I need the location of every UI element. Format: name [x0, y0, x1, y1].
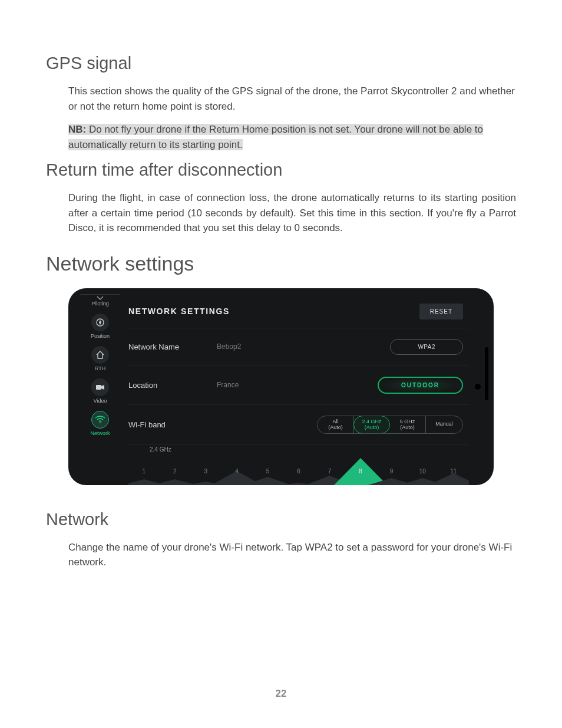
- phone-mockup: Piloting Position RTH Video: [68, 288, 494, 485]
- channel-label: 7: [314, 468, 345, 475]
- wifi-band-segmented: All(Auto) 2.4 GHz(Auto) 5 GHz(Auto) Manu…: [317, 416, 463, 434]
- band-option-manual[interactable]: Manual: [426, 416, 462, 434]
- network-name-value[interactable]: Bebop2: [217, 342, 305, 351]
- row-location: Location France OUTDOOR: [128, 366, 469, 405]
- page-number: 22: [46, 688, 516, 700]
- band-option-5ghz[interactable]: 5 GHz(Auto): [389, 416, 426, 434]
- sidebar-label: Position: [91, 333, 110, 339]
- sidebar-label: RTH: [95, 365, 105, 371]
- heading-return-time: Return time after disconnection: [46, 160, 516, 180]
- sidebar-label: Network: [90, 430, 110, 436]
- svg-point-2: [100, 422, 101, 423]
- phone-home-bar: [485, 347, 488, 400]
- paragraph-return-time: During the flight, in case of connection…: [68, 190, 516, 236]
- home-icon: [91, 346, 109, 364]
- row-label: Network Name: [128, 342, 217, 351]
- band-option-all[interactable]: All(Auto): [318, 416, 354, 434]
- compass-icon: [91, 314, 109, 331]
- panel-title: NETWORK SETTINGS: [128, 307, 230, 316]
- wifi-icon: [91, 411, 109, 429]
- note-prefix: NB:: [68, 124, 86, 135]
- wpa2-button[interactable]: WPA2: [390, 339, 463, 355]
- heading-gps-signal: GPS signal: [46, 54, 516, 73]
- paragraph-network: Change the name of your drone's Wi-Fi ne…: [68, 540, 516, 570]
- settings-sidebar: Piloting Position RTH Video: [80, 294, 120, 485]
- note-body: Do not fly your drone if the Return Home…: [68, 124, 483, 150]
- reset-button[interactable]: RESET: [419, 304, 463, 319]
- outdoor-button[interactable]: OUTDOOR: [378, 377, 463, 394]
- sidebar-item-network[interactable]: Network: [80, 409, 120, 439]
- channel-label: 11: [438, 468, 469, 475]
- wifi-channel-chart: 2.4 GHz 1234567891011: [128, 445, 469, 485]
- sidebar-item-rth[interactable]: RTH: [80, 344, 120, 374]
- channel-label: 9: [376, 468, 407, 475]
- chevron-down-icon: [97, 296, 104, 301]
- settings-content: NETWORK SETTINGS RESET Network Name Bebo…: [120, 294, 469, 485]
- channel-label: 5: [252, 468, 283, 475]
- channel-label: 10: [407, 468, 438, 475]
- channel-label: 1: [128, 468, 160, 475]
- sidebar-item-video[interactable]: Video: [80, 377, 120, 407]
- row-label: Location: [128, 381, 217, 390]
- channel-label: 8: [345, 468, 376, 475]
- channel-label: 3: [190, 468, 222, 475]
- heading-network-settings: Network settings: [46, 252, 516, 275]
- channel-label: 4: [222, 468, 253, 475]
- sidebar-label: Video: [94, 398, 107, 404]
- sidebar-item-position[interactable]: Position: [80, 312, 120, 342]
- phone-speaker-dot: [475, 384, 481, 390]
- sidebar-item-piloting[interactable]: Piloting: [80, 294, 120, 309]
- svg-rect-1: [96, 385, 101, 390]
- channel-label: 6: [283, 468, 315, 475]
- heading-network: Network: [46, 510, 516, 529]
- channel-label: 2: [160, 468, 191, 475]
- row-network-name: Network Name Bebop2 WPA2: [128, 328, 469, 366]
- sidebar-label: Piloting: [91, 301, 109, 307]
- video-icon: [91, 378, 109, 396]
- band-option-24ghz[interactable]: 2.4 GHz(Auto): [353, 416, 390, 434]
- location-value[interactable]: France: [217, 381, 305, 389]
- note-block: NB: Do not fly your drone if the Return …: [68, 122, 516, 152]
- row-label: Wi-Fi band: [128, 420, 217, 429]
- paragraph-gps: This section shows the quality of the GP…: [68, 84, 516, 114]
- row-wifi-band: Wi-Fi band All(Auto) 2.4 GHz(Auto) 5 GHz…: [128, 405, 469, 446]
